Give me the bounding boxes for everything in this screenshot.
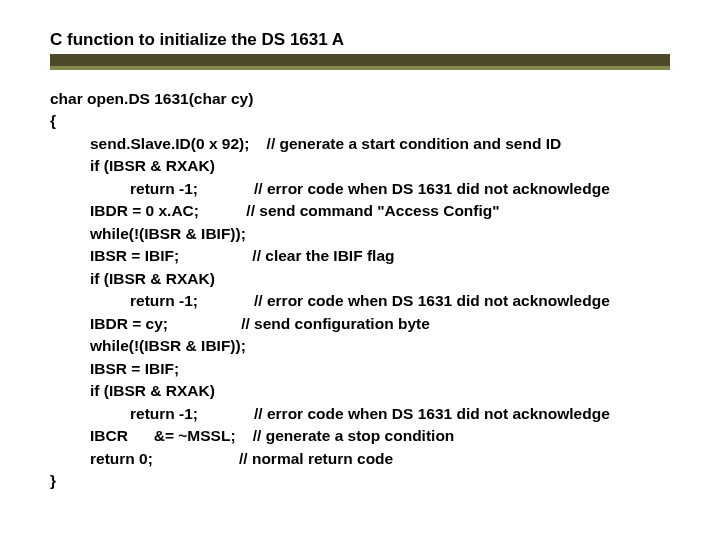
slide-title: C function to initialize the DS 1631 A	[50, 30, 670, 50]
slide: C function to initialize the DS 1631 A c…	[0, 0, 720, 540]
code-line: IBDR = 0 x.AC; // send command "Access C…	[50, 200, 670, 222]
code-line: IBSR = IBIF; // clear the IBIF flag	[50, 245, 670, 267]
code-line: if (IBSR & RXAK)	[50, 380, 670, 402]
code-stmt: IBDR = 0 x.AC;	[90, 202, 199, 219]
code-line: if (IBSR & RXAK)	[50, 155, 670, 177]
code-line: send.Slave.ID(0 x 92); // generate a sta…	[50, 133, 670, 155]
code-stmt: return -1;	[130, 180, 198, 197]
code-line: IBSR = IBIF;	[50, 358, 670, 380]
code-stmt: return -1;	[130, 405, 198, 422]
code-stmt: return -1;	[130, 292, 198, 309]
code-line: return -1; // error code when DS 1631 di…	[50, 290, 670, 312]
title-area: C function to initialize the DS 1631 A	[0, 30, 720, 70]
code-line: IBCR &= ~MSSL; // generate a stop condit…	[50, 425, 670, 447]
code-stmt: IBCR	[90, 427, 128, 444]
code-stmt: return 0;	[90, 450, 153, 467]
code-stmt: send.Slave.ID(0 x 92);	[90, 135, 249, 152]
code-comment: // error code when DS 1631 did not ackno…	[254, 180, 610, 197]
code-comment: // generate a start condition and send I…	[267, 135, 562, 152]
code-comment: // send command "Access Config"	[246, 202, 499, 219]
code-comment: // error code when DS 1631 did not ackno…	[254, 292, 610, 309]
code-comment: // send configuration byte	[241, 315, 430, 332]
title-bar	[50, 54, 670, 70]
code-body: char open.DS 1631(char cy) { send.Slave.…	[0, 70, 720, 492]
code-comment: // clear the IBIF flag	[252, 247, 394, 264]
code-close-brace: }	[50, 470, 670, 492]
code-line: if (IBSR & RXAK)	[50, 268, 670, 290]
code-stmt: &= ~MSSL;	[154, 427, 236, 444]
code-line: IBDR = cy; // send configuration byte	[50, 313, 670, 335]
code-line: return 0; // normal return code	[50, 448, 670, 470]
code-comment: // error code when DS 1631 did not ackno…	[254, 405, 610, 422]
code-line: while(!(IBSR & IBIF));	[50, 223, 670, 245]
code-line: while(!(IBSR & IBIF));	[50, 335, 670, 357]
code-open-brace: {	[50, 110, 670, 132]
code-comment: // normal return code	[239, 450, 393, 467]
code-line: return -1; // error code when DS 1631 di…	[50, 403, 670, 425]
code-signature: char open.DS 1631(char cy)	[50, 88, 670, 110]
code-stmt: IBDR = cy;	[90, 315, 168, 332]
code-comment: // generate a stop condition	[253, 427, 455, 444]
code-stmt: IBSR = IBIF;	[90, 247, 179, 264]
code-line: return -1; // error code when DS 1631 di…	[50, 178, 670, 200]
